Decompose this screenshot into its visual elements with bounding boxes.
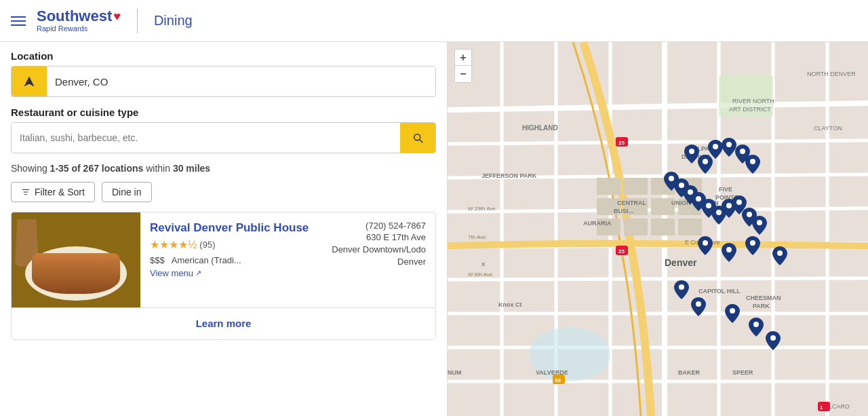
svg-text:25: 25 [618,140,625,146]
svg-point-68 [689,149,694,154]
svg-text:BUSI...: BUSI... [614,208,633,214]
svg-text:NORTH DENVER: NORTH DENVER [807,71,856,77]
svg-point-70 [713,144,718,149]
results-within: within [143,163,173,174]
location-icon-button[interactable] [12,67,47,96]
location-input[interactable] [47,67,435,96]
svg-text:JEFFERSON PARK: JEFFERSON PARK [481,172,537,179]
results-summary: Showing 1-35 of 267 locations within 30 … [11,163,436,174]
svg-point-81 [736,200,742,205]
left-panel: Location Restaurant or cuisine type Show… [0,42,448,416]
svg-point-69 [703,159,708,164]
restaurant-info: Revival Denver Public House (720) 524-78… [140,212,435,307]
restaurant-card: Revival Denver Public House (720) 524-78… [11,212,436,340]
view-menu-link[interactable]: View menu ↗ [150,268,426,278]
dine-in-button[interactable]: Dine in [102,182,152,202]
svg-point-75 [679,183,684,188]
restaurant-card-top: Revival Denver Public House (720) 524-78… [12,212,435,307]
svg-text:CAPITOL HILL: CAPITOL HILL [698,288,741,295]
logo-rapid-rewards: Rapid Rewards [37,24,87,33]
logo-divider [137,9,138,33]
logo-southwest-text: Southwest [37,9,112,24]
svg-text:SPEER: SPEER [732,369,753,376]
restaurant-address-line2: Denver Downtown/Lodo [332,244,426,256]
svg-point-78 [706,203,711,208]
restaurant-address: 630 E 17th Ave Denver Downtown/Lodo Denv… [332,231,426,269]
svg-rect-30 [678,219,702,235]
zoom-in-button[interactable]: + [455,50,471,66]
svg-point-85 [726,247,732,252]
food-item [32,253,120,294]
search-button[interactable] [400,123,435,153]
svg-text:RIVER NORTH: RIVER NORTH [732,98,774,105]
svg-rect-27 [651,219,675,235]
logo-dining: Dining [154,13,193,29]
svg-text:NUM: NUM [448,369,462,376]
logo-text: Southwest ♥ [37,9,121,24]
svg-text:CENTRAL: CENTRAL [617,200,646,206]
svg-text:FIVE: FIVE [719,186,732,193]
svg-text:W 8th Ave: W 8th Ave [468,271,493,278]
review-count: (95) [199,240,215,250]
logo-heart-icon: ♥ [113,10,121,22]
header: Southwest ♥ Rapid Rewards Dining [0,0,868,42]
svg-text:1: 1 [820,404,823,411]
southwest-logo: Southwest ♥ Rapid Rewards [37,9,121,33]
cuisine-label: Restaurant or cuisine type [11,107,436,118]
svg-rect-20 [624,178,648,195]
svg-point-74 [669,176,674,181]
main-layout: Location Restaurant or cuisine type Show… [0,42,868,416]
learn-more-link[interactable]: Learn more [196,318,252,329]
map-panel[interactable]: E Colfax Ave 7th Ave W 8th Ave W 29th Av… [448,42,868,416]
filter-row: Filter & Sort Dine in [11,182,436,202]
svg-point-92 [770,335,776,341]
star-rating: ★★★★½ [150,238,197,251]
svg-point-84 [703,240,708,246]
location-label: Location [11,50,436,62]
view-menu-label: View menu [150,268,193,278]
svg-point-88 [679,284,684,290]
svg-text:BAKER: BAKER [678,369,701,376]
logo-area: Southwest ♥ Rapid Rewards Dining [37,9,193,33]
svg-point-77 [696,196,701,202]
filter-sort-button[interactable]: Filter & Sort [11,182,95,202]
location-input-wrapper [11,66,436,97]
cuisine-type: American (Tradi... [172,255,241,265]
svg-text:88: 88 [555,377,561,383]
learn-more-bar: Learn more [12,307,435,339]
svg-text:CLAYTON: CLAYTON [814,125,842,132]
search-icon [412,132,424,144]
svg-line-6 [448,278,868,280]
navigation-icon [23,75,35,88]
svg-text:W 29th Ave: W 29th Ave [468,206,496,212]
svg-rect-19 [597,178,620,195]
svg-point-73 [750,159,755,164]
restaurant-address-line3: Denver [332,256,426,268]
svg-point-71 [726,142,732,147]
svg-point-91 [753,322,759,327]
svg-text:X: X [481,261,486,267]
svg-text:Denver: Denver [665,257,697,268]
svg-point-87 [777,250,783,256]
menu-icon[interactable] [11,16,26,26]
svg-text:7th Ave: 7th Ave [468,234,486,240]
results-range: 1-35 of 267 locations [50,163,144,174]
dine-in-label: Dine in [112,187,142,197]
food-visual [12,212,140,307]
results-miles: 30 miles [173,163,210,174]
svg-text:PARK: PARK [753,303,770,309]
svg-point-90 [730,308,735,314]
restaurant-phone: (720) 524-7867 [366,221,426,231]
svg-text:Knox Ct: Knox Ct [498,301,522,308]
svg-text:ART DISTRICT: ART DISTRICT [729,106,771,113]
svg-text:HIGHLAND: HIGHLAND [522,124,558,132]
restaurant-address-line1: 630 E 17th Ave [332,231,426,244]
map-zoom-controls: + − [454,49,472,83]
svg-point-86 [750,240,755,246]
cuisine-input[interactable] [12,123,400,153]
zoom-out-button[interactable]: − [455,66,471,82]
external-link-icon: ↗ [195,269,201,278]
restaurant-image [12,212,140,307]
filter-sort-label: Filter & Sort [35,187,85,197]
svg-point-80 [726,203,732,208]
